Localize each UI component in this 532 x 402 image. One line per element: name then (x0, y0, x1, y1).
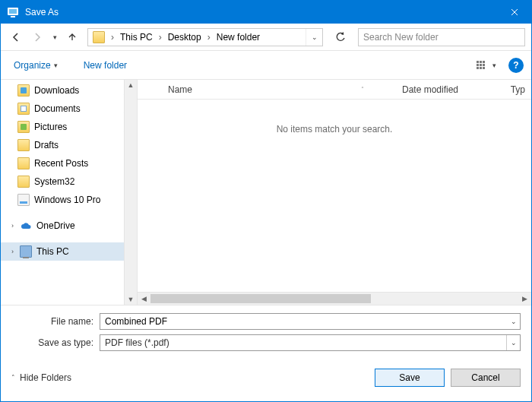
filename-combo[interactable]: ⌄ (100, 313, 521, 330)
toolbar: Organize▾ New folder ▾ ? (1, 51, 531, 80)
column-date[interactable]: Date modified (402, 84, 501, 95)
app-icon (7, 6, 19, 18)
filetype-combo[interactable]: PDF files (*.pdf) ⌄ (100, 334, 521, 351)
hscrollbar[interactable]: ◀ ▶ (138, 292, 531, 305)
filetype-label: Save as type: (11, 337, 100, 348)
tree-item[interactable]: Downloads📌 (1, 81, 137, 100)
nav-row: ▾ › This PC › Desktop › New folder ⌄ (1, 24, 531, 51)
svg-rect-1 (9, 9, 17, 14)
breadcrumb-thispc[interactable]: This PC (116, 29, 157, 46)
back-button[interactable] (7, 28, 25, 46)
cancel-button[interactable]: Cancel (451, 369, 521, 387)
save-button[interactable]: Save (375, 369, 445, 387)
drive-icon (17, 194, 30, 206)
hide-folders-button[interactable]: ˄ Hide Folders (11, 372, 71, 383)
tree-item-onedrive[interactable]: › OneDrive (1, 217, 137, 235)
filename-input[interactable] (100, 316, 506, 327)
recent-locations-button[interactable]: ▾ (49, 28, 60, 46)
svg-rect-7 (480, 64, 482, 66)
pc-icon (20, 245, 32, 258)
pictures-icon (17, 121, 30, 133)
folder-icon (93, 31, 105, 43)
chevron-right-icon[interactable]: › (109, 32, 116, 43)
tree-scrollbar[interactable]: ▲ ▼ (124, 80, 137, 305)
scroll-left-icon[interactable]: ◀ (138, 295, 150, 302)
refresh-button[interactable] (331, 28, 350, 46)
filename-dropdown[interactable]: ⌄ (506, 314, 520, 329)
tree-item[interactable]: Drafts (1, 136, 137, 154)
breadcrumb-newfolder[interactable]: New folder (212, 29, 264, 46)
column-name[interactable]: Name˄ (138, 84, 402, 95)
save-fields: File name: ⌄ Save as type: PDF files (*.… (1, 305, 531, 360)
folder-icon (17, 139, 30, 151)
tree-item[interactable]: Recent Posts (1, 154, 137, 173)
svg-rect-6 (477, 64, 479, 66)
tree-item[interactable]: Windows 10 Pro (1, 191, 137, 209)
breadcrumb-root-icon[interactable] (88, 29, 109, 46)
tree-item[interactable]: System32 (1, 173, 137, 191)
folder-icon (17, 157, 30, 169)
tree-item[interactable]: Documents📌 (1, 100, 137, 118)
svg-rect-3 (477, 61, 479, 63)
content-area: Downloads📌 Documents📌 Pictures📌 Drafts R… (1, 80, 531, 305)
nav-tree: Downloads📌 Documents📌 Pictures📌 Drafts R… (1, 80, 138, 305)
tree-item-thispc[interactable]: › This PC (1, 242, 137, 261)
svg-rect-8 (483, 64, 485, 66)
search-input[interactable] (363, 32, 520, 43)
scroll-down-icon[interactable]: ▼ (128, 296, 135, 303)
chevron-right-icon[interactable]: › (157, 32, 163, 43)
cloud-icon (20, 220, 32, 232)
help-button[interactable]: ? (508, 58, 524, 73)
documents-icon (17, 103, 30, 115)
address-bar[interactable]: › This PC › Desktop › New folder ⌄ (87, 28, 323, 46)
scroll-up-icon[interactable]: ▲ (128, 81, 135, 89)
svg-rect-4 (480, 61, 482, 63)
svg-rect-5 (483, 61, 485, 63)
tree-item[interactable]: Pictures📌 (1, 118, 137, 136)
list-view-icon (476, 60, 491, 71)
view-options-button[interactable]: ▾ (471, 57, 501, 74)
footer: ˄ Hide Folders Save Cancel (1, 360, 531, 397)
expand-icon[interactable]: › (11, 248, 14, 255)
titlebar: Save As (1, 1, 531, 24)
column-headers: Name˄ Date modified Typ (138, 80, 531, 100)
column-type[interactable]: Typ (501, 84, 531, 95)
folder-icon (17, 176, 30, 188)
downloads-icon (17, 84, 30, 97)
window-title: Save As (25, 7, 497, 17)
up-button[interactable] (63, 28, 81, 46)
svg-rect-11 (483, 67, 485, 69)
svg-rect-2 (11, 16, 15, 17)
breadcrumb-desktop[interactable]: Desktop (163, 29, 206, 46)
filename-label: File name: (11, 316, 100, 327)
chevron-right-icon[interactable]: › (206, 32, 212, 43)
filetype-value: PDF files (*.pdf) (100, 337, 506, 348)
forward-button[interactable] (28, 28, 46, 46)
scroll-right-icon[interactable]: ▶ (518, 295, 531, 302)
sort-asc-icon: ˄ (361, 86, 364, 93)
filetype-dropdown[interactable]: ⌄ (506, 335, 520, 350)
expand-icon[interactable]: › (11, 222, 14, 229)
new-folder-button[interactable]: New folder (78, 56, 132, 74)
chevron-up-icon: ˄ (11, 374, 15, 381)
search-box[interactable] (358, 28, 525, 46)
svg-rect-9 (477, 67, 479, 69)
close-button[interactable] (497, 1, 531, 24)
address-dropdown[interactable]: ⌄ (306, 29, 322, 46)
empty-message: No items match your search. (138, 100, 531, 292)
svg-rect-10 (480, 67, 482, 69)
scroll-thumb[interactable] (150, 294, 371, 303)
organize-button[interactable]: Organize▾ (8, 56, 63, 74)
file-pane: Name˄ Date modified Typ No items match y… (138, 80, 531, 305)
